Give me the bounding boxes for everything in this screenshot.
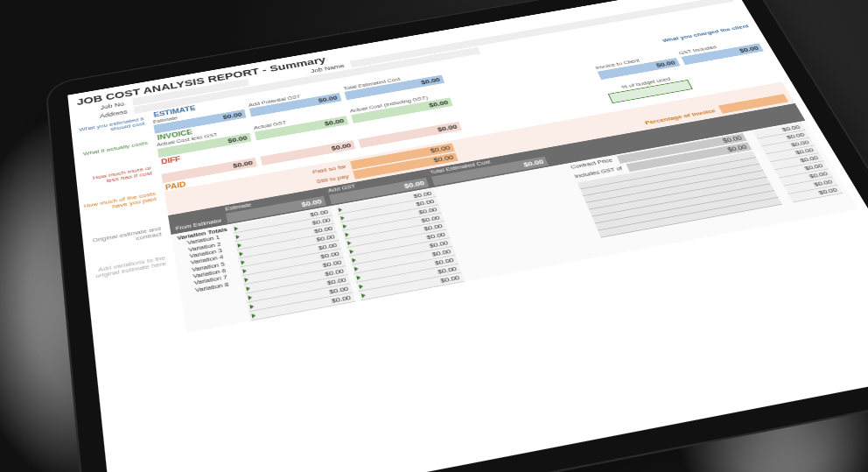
screen: JOB COST ANALYSIS REPORT - Summary Job N… xyxy=(67,0,868,472)
caption-variations: Add variations to the original estimate … xyxy=(88,255,166,281)
caption-diff: How much more or less has it cost xyxy=(78,166,152,189)
tablet-body: JOB COST ANALYSIS REPORT - Summary Job N… xyxy=(45,0,868,472)
tablet: JOB COST ANALYSIS REPORT - Summary Job N… xyxy=(52,0,822,472)
caption-contract: Original estimate and contract xyxy=(85,226,163,251)
variation-amount-col-2: $0.00 $0.00 $0.00 $0.00 $0.00 $0.00 $0.0… xyxy=(336,188,465,300)
variation-amount-col-1: $0.00 $0.00 $0.00 $0.00 $0.00 $0.00 $0.0… xyxy=(232,208,355,321)
caption-invoice: What it actually costs xyxy=(75,141,148,159)
scene: JOB COST ANALYSIS REPORT - Summary Job N… xyxy=(0,0,868,472)
report: JOB COST ANALYSIS REPORT - Summary Job N… xyxy=(67,0,867,349)
